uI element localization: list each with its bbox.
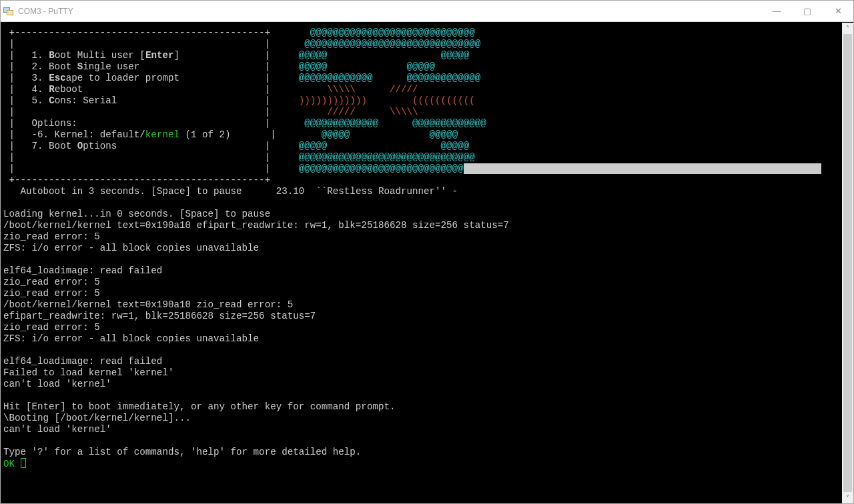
log-line: elf64_loadimage: read failed	[3, 356, 162, 367]
scroll-track[interactable]	[842, 34, 853, 492]
log-line: zio_read error: 5	[3, 277, 100, 287]
menu-item-1: | 1. Boot Multi user [Enter] |	[3, 50, 299, 61]
menu-item-5: | 5. Cons: Serial |	[3, 95, 299, 106]
log-line: zio_read error: 5	[3, 288, 100, 299]
logo-line-12: @@@@@@@@@@@@@@@@@@@@@@@@@@@@@@@	[299, 152, 475, 163]
menu-options-label: | Options: |	[3, 118, 304, 129]
scroll-down-button[interactable]: ˅	[842, 492, 853, 503]
menu-kernel: | -6. Kernel: default/kernel (1 of 2) |	[3, 129, 322, 140]
logo-line-5a: @@@@@@@@@@@@@	[299, 73, 373, 83]
selection-highlight	[464, 163, 821, 174]
logo-line-13: @@@@@@@@@@@@@@@@@@@@@@@@@@@@@	[299, 163, 464, 174]
logo-line-3a: @@@@@	[299, 50, 328, 61]
menu-border-top: +---------------------------------------…	[3, 27, 310, 38]
menu-item-3: | 3. Escape to loader prompt |	[3, 73, 299, 83]
logo-line-2: @@@@@@@@@@@@@@@@@@@@@@@@@@@@@@@	[304, 39, 480, 49]
logo-line-8b: \\\\\	[390, 107, 418, 117]
autoboot-line: Autoboot in 3 seconds. [Space] to pause	[3, 186, 242, 197]
log-line: can't load 'kernel'	[3, 424, 111, 435]
logo-line-7a: ))))))))))))	[299, 95, 367, 106]
logo-line-10b: @@@@@	[430, 129, 458, 140]
menu-item-4: | 4. Reboot |	[3, 84, 327, 95]
logo-line-4b: @@@@@	[407, 61, 436, 72]
scrollbar[interactable]: ˄ ˅	[842, 23, 853, 503]
logo-line-4a: @@@@@	[299, 61, 328, 72]
close-button[interactable]: ✕	[823, 1, 853, 21]
log-line: Type '?' for a list of commands, 'help' …	[3, 447, 361, 457]
window-title: COM3 - PuTTY	[18, 7, 73, 16]
minimize-button[interactable]: —	[761, 1, 792, 21]
logo-line-3b: @@@@@	[441, 50, 470, 61]
scroll-thumb[interactable]	[843, 34, 852, 492]
log-line: \Booting [/boot/kernel/kernel]...	[3, 413, 191, 423]
window-controls: — ▢ ✕	[761, 1, 853, 21]
menu-border-bottom: +---------------------------------------…	[3, 175, 270, 185]
menu-border: | |	[3, 39, 304, 49]
log-line: ZFS: i/o error - all block copies unavai…	[3, 243, 259, 253]
logo-line-7b: (((((((((((	[412, 95, 475, 106]
menu-item-7: | 7. Boot Options |	[3, 141, 299, 151]
log-line: elf64_loadimage: read failed	[3, 265, 162, 276]
menu-border: | |	[3, 107, 327, 117]
logo-line-9a: @@@@@@@@@@@@@	[304, 118, 378, 129]
menu-border: | |	[3, 163, 299, 174]
putty-window: COM3 - PuTTY — ▢ ✕ +--------------------…	[0, 0, 854, 504]
log-line: zio_read error: 5	[3, 231, 100, 242]
logo-line-9b: @@@@@@@@@@@@@	[412, 118, 486, 129]
logo-line-10a: @@@@@	[322, 129, 350, 140]
prompt: OK	[3, 459, 21, 469]
log-line: zio_read error: 5	[3, 322, 100, 333]
cursor	[21, 458, 26, 468]
menu-item-2: | 2. Boot Single user |	[3, 61, 299, 72]
logo-line-11b: @@@@@	[441, 141, 470, 151]
titlebar[interactable]: COM3 - PuTTY — ▢ ✕	[1, 1, 853, 22]
log-line: Loading kernel...in 0 seconds. [Space] t…	[3, 209, 270, 219]
log-line: Failed to load kernel 'kernel'	[3, 367, 173, 378]
logo-line-5b: @@@@@@@@@@@@@	[407, 73, 481, 83]
scroll-up-button[interactable]: ˄	[842, 23, 853, 34]
logo-line-1: @@@@@@@@@@@@@@@@@@@@@@@@@@@@@	[310, 27, 475, 38]
logo-line-11a: @@@@@	[299, 141, 328, 151]
logo-line-8a: /////	[327, 107, 356, 117]
maximize-button[interactable]: ▢	[792, 1, 823, 21]
log-line: /boot/kernel/kernel text=0x190a10 efipar…	[3, 220, 509, 231]
logo-line-6a: \\\\\	[327, 84, 356, 95]
log-line: can't load 'kernel'	[3, 379, 111, 389]
log-line: efipart_readwrite: rw=1, blk=25186628 si…	[3, 311, 316, 321]
log-line: Hit [Enter] to boot immediately, or any …	[3, 401, 395, 412]
logo-line-6b: /////	[390, 84, 418, 95]
terminal[interactable]: +---------------------------------------…	[1, 22, 853, 503]
log-line: ZFS: i/o error - all block copies unavai…	[3, 333, 259, 344]
version-text: 23.10 ``Restless Roadrunner'' -	[276, 186, 458, 197]
log-line: /boot/kernel/kernel text=0x190a10 zio_re…	[3, 299, 293, 310]
menu-border: | |	[3, 152, 299, 163]
putty-icon	[3, 6, 14, 17]
